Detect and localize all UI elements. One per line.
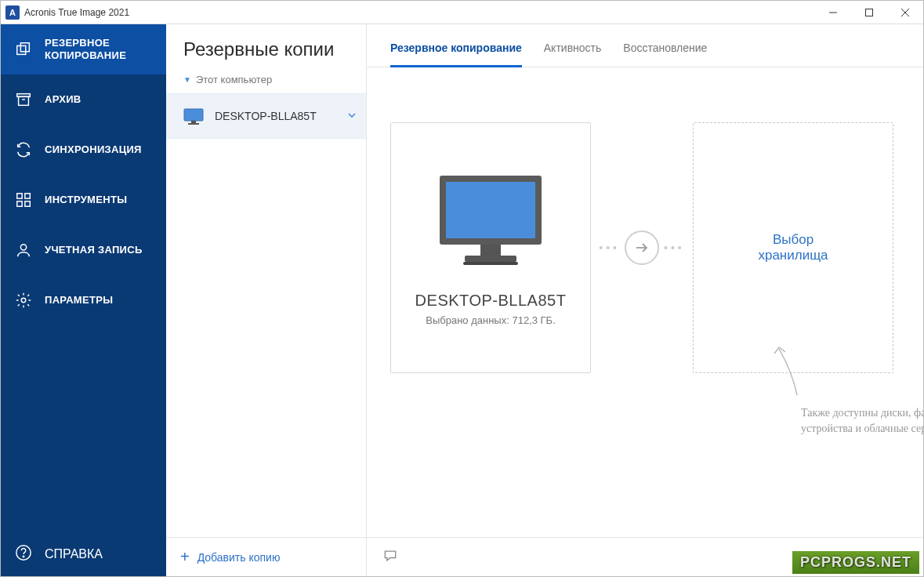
svg-rect-18 (191, 121, 196, 123)
sidebar-item-label: ПАРАМЕТРЫ (45, 294, 113, 307)
triangle-down-icon: ▼ (183, 75, 191, 84)
archive-icon (15, 91, 32, 108)
svg-rect-12 (25, 201, 30, 206)
list-panel-title: Резервные копии (166, 24, 366, 69)
minimize-button[interactable] (815, 1, 851, 24)
maximize-button[interactable] (851, 1, 887, 24)
svg-rect-17 (184, 109, 203, 121)
sidebar-item-settings[interactable]: ПАРАМЕТРЫ (1, 275, 166, 325)
sync-icon (15, 141, 32, 158)
svg-rect-23 (465, 256, 516, 262)
backup-list-panel: Резервные копии ▼ Этот компьютер DESKTOP… (166, 24, 367, 576)
svg-rect-24 (463, 262, 518, 265)
watermark: PCPROGS.NET (792, 551, 919, 574)
list-group-header[interactable]: ▼ Этот компьютер (166, 69, 366, 93)
destination-line1: Выбор (773, 232, 813, 248)
svg-rect-22 (480, 245, 501, 256)
backup-item-name: DESKTOP-BLLA85T (215, 110, 336, 122)
sidebar-item-label: АРХИВ (45, 93, 81, 106)
svg-point-14 (21, 298, 26, 303)
sidebar-item-label: РЕЗЕРВНОЕ КОПИРОВАНИЕ (45, 37, 152, 61)
account-icon (15, 241, 32, 259)
tab-backup[interactable]: Резервное копирование (390, 42, 522, 67)
monitor-icon (183, 108, 204, 124)
window-title: Acronis True Image 2021 (24, 7, 129, 18)
svg-point-16 (23, 556, 24, 557)
sidebar-item-label: ИНСТРУМЕНТЫ (45, 194, 127, 206)
svg-rect-1 (866, 9, 873, 16)
dots-left-icon: ••• (599, 241, 620, 254)
sidebar-item-account[interactable]: УЧЕТНАЯ ЗАПИСЬ (1, 225, 166, 275)
svg-rect-21 (446, 182, 535, 238)
svg-rect-10 (25, 194, 30, 198)
add-backup-button[interactable]: + Добавить копию (166, 537, 366, 576)
sidebar-item-archive[interactable]: АРХИВ (1, 74, 166, 125)
app-icon: A (5, 5, 20, 20)
help-icon (15, 544, 32, 564)
close-button[interactable] (887, 1, 923, 24)
backup-config-area: DESKTOP-BLLA85T Выбрано данных: 712,3 ГБ… (367, 67, 923, 537)
list-group-label: Этот компьютер (196, 74, 272, 85)
chat-icon[interactable] (382, 548, 398, 567)
svg-rect-4 (17, 45, 26, 54)
plus-icon: + (180, 548, 190, 566)
arrow-divider: ••• ••• (591, 122, 693, 373)
tab-recovery[interactable]: Восстановление (623, 42, 707, 67)
chevron-down-icon[interactable] (347, 109, 357, 123)
sidebar-item-sync[interactable]: СИНХРОНИЗАЦИЯ (1, 125, 166, 175)
svg-rect-11 (17, 201, 22, 206)
tab-activity[interactable]: Активность (544, 42, 602, 67)
dots-right-icon: ••• (664, 241, 685, 254)
computer-icon (432, 169, 549, 274)
backup-source-card[interactable]: DESKTOP-BLLA85T Выбрано данных: 712,3 ГБ… (390, 122, 591, 373)
sidebar: РЕЗЕРВНОЕ КОПИРОВАНИЕ АРХИВ СИНХРОНИЗАЦИ… (1, 24, 166, 576)
sidebar-item-tools[interactable]: ИНСТРУМЕНТЫ (1, 175, 166, 225)
svg-rect-9 (17, 194, 22, 198)
svg-rect-19 (188, 123, 199, 125)
svg-point-13 (20, 245, 26, 250)
svg-rect-5 (20, 43, 29, 52)
arrow-right-icon (625, 230, 659, 265)
main-panel: Резервное копирование Активность Восстан… (367, 24, 923, 576)
sidebar-item-label: УЧЕТНАЯ ЗАПИСЬ (45, 244, 143, 256)
backup-destination-card[interactable]: Выбор хранилища (693, 122, 893, 373)
sidebar-item-help[interactable]: СПРАВКА (1, 532, 166, 576)
source-name: DESKTOP-BLLA85T (415, 292, 567, 310)
title-bar: A Acronis True Image 2021 (1, 1, 923, 24)
sidebar-item-label: СИНХРОНИЗАЦИЯ (45, 143, 142, 156)
backup-icon (15, 41, 32, 58)
source-subtitle: Выбрано данных: 712,3 ГБ. (426, 314, 556, 326)
sidebar-item-label: СПРАВКА (45, 547, 103, 561)
sidebar-item-backup[interactable]: РЕЗЕРВНОЕ КОПИРОВАНИЕ (1, 24, 166, 74)
backup-list-item[interactable]: DESKTOP-BLLA85T (166, 93, 366, 139)
destination-line2: хранилища (758, 248, 828, 263)
main-tabs: Резервное копирование Активность Восстан… (367, 24, 923, 67)
add-backup-label: Добавить копию (197, 551, 281, 564)
tools-icon (15, 191, 32, 209)
svg-rect-7 (19, 96, 29, 105)
hint-arrow-icon (770, 344, 809, 399)
hint-annotation: Также доступны диски, файлы, мобильные у… (774, 377, 924, 437)
gear-icon (15, 292, 32, 309)
